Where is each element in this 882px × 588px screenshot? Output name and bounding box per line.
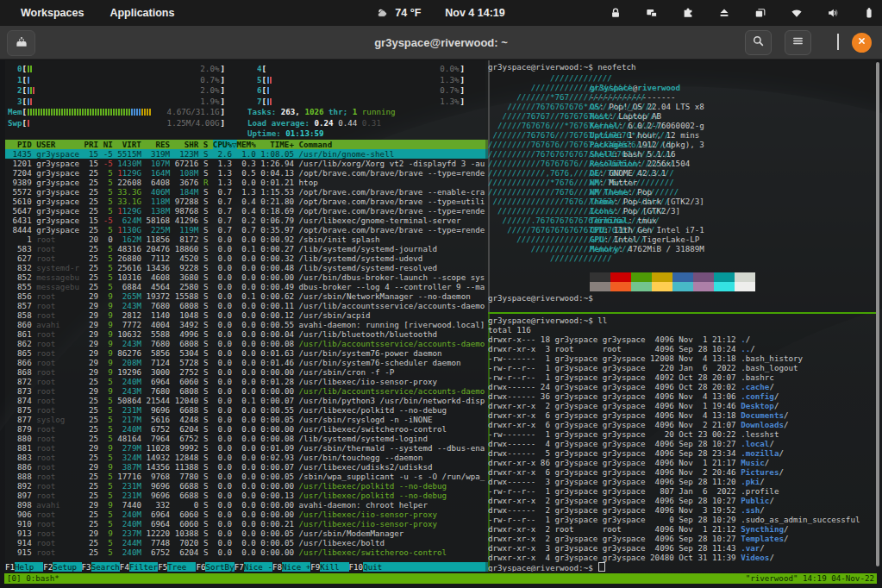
- palette-swatch: [652, 282, 672, 291]
- workspaces-menu[interactable]: Workspaces: [12, 4, 92, 22]
- screen-share-icon[interactable]: [646, 7, 658, 19]
- process-row-857[interactable]: 857 root 29 9 243M 7680 6808 S 0.0 0.0 0…: [5, 301, 488, 310]
- process-row-1201[interactable]: 1201 gr3yspace 15 -5 1430M 107M 67216 S …: [5, 159, 488, 168]
- system-status-area[interactable]: [610, 0, 875, 26]
- process-row-877[interactable]: 877 syslog 25 5 217M 5616 4248 S 0.0 0.0…: [5, 415, 488, 424]
- process-row-892[interactable]: 892 root 25 5 231M 9696 6688 S 0.0 0.0 0…: [5, 481, 488, 491]
- process-row-898[interactable]: 898 avahi 29 9 7440 332 0 S 0.0 0.0 0:00…: [5, 500, 488, 510]
- tmux-window-label[interactable]: [0] 0:bash*: [7, 573, 59, 584]
- process-row-856[interactable]: 856 root 29 9 265M 19372 15588 S 0.0 0.1…: [5, 291, 488, 301]
- process-row-627[interactable]: 627 root 25 5 26880 7112 4520 S 0.0 0.0 …: [5, 253, 488, 263]
- process-row-910[interactable]: 910 root 25 5 240M 6964 6060 S 0.0 0.0 0…: [5, 519, 488, 529]
- fkey-f3-button[interactable]: F3Search: [82, 562, 120, 572]
- process-row-861[interactable]: 861 root 29 9 10632 5588 4996 S 0.0 0.0 …: [5, 329, 488, 339]
- process-row-875[interactable]: 875 root 25 5 231M 9696 6688 S 0.0 0.0 0…: [5, 405, 488, 415]
- battery-icon[interactable]: [863, 7, 875, 19]
- weather-temp: 74 °F: [395, 7, 421, 19]
- file-row: drwxr-xr-x 2 gr3yspace gr3yspace 4096 Se…: [488, 496, 876, 505]
- process-row-5572[interactable]: 5572 gr3yspace 25 5 33.3G 406M 184M S 0.…: [5, 187, 488, 197]
- shell-prompt-active: gr3yspace@riverwood:~$: [488, 562, 876, 572]
- htop-header-row[interactable]: PID USER PRI NI VIRT RES SHR S CPU%▽MEM%…: [5, 140, 488, 149]
- process-row-888[interactable]: 888 root 25 5 17716 9768 7780 S 0.0 0.0 …: [5, 472, 488, 481]
- process-row-858[interactable]: 858 root 29 9 2812 1140 1048 S 0.0 0.0 0…: [5, 310, 488, 320]
- fkey-f10-button[interactable]: F10Quit: [349, 562, 392, 572]
- tmux-pane-shell[interactable]: gr3yspace@riverwood:~$ lltotal 116drwxr-…: [485, 314, 876, 572]
- fkey-f1-button[interactable]: F1Help: [5, 562, 43, 572]
- process-row-913[interactable]: 913 root 29 9 237M 12220 10388 S 0.0 0.0…: [5, 529, 488, 538]
- fkey-f2-button[interactable]: F2Setup: [43, 562, 81, 572]
- process-row-852[interactable]: 852 messagebu 25 5 10316 4608 3680 S 0.0…: [5, 272, 488, 282]
- fkey-f8-button[interactable]: F8Nice +: [272, 562, 310, 572]
- process-row-5647[interactable]: 5647 gr3yspace 25 5 1129G 138M 98768 S 0…: [5, 206, 488, 216]
- cpu-meter-0: 0[2.0%]: [8, 64, 225, 75]
- process-row-6431[interactable]: 6431 gr3yspace 15 -5 624M 58168 41296 S …: [5, 216, 488, 225]
- window-stack-icon[interactable]: [754, 7, 766, 19]
- applications-menu[interactable]: Applications: [101, 4, 183, 22]
- volume-icon[interactable]: [827, 7, 839, 19]
- fkey-f4-button[interactable]: F4Filter: [120, 562, 158, 572]
- neofetch-command-line: gr3yspace@riverwood:~$ neofetch: [488, 62, 876, 72]
- process-row-583[interactable]: 583 root 25 5 48316 20476 18860 S 0.0 0.…: [5, 244, 488, 253]
- close-button[interactable]: [852, 33, 872, 53]
- palette-swatch: [735, 282, 755, 291]
- palette-swatch: [652, 272, 672, 282]
- tmux-pane-neofetch[interactable]: gr3yspace@riverwood:~$ neofetch ////////…: [485, 60, 876, 312]
- process-row-914[interactable]: 914 root 25 5 244M 7748 7020 S 0.0 0.0 0…: [5, 538, 488, 547]
- process-row-855[interactable]: 855 messagebu 25 5 6884 4564 2580 S 0.0 …: [5, 282, 488, 291]
- process-row-868[interactable]: 868 root 29 9 19296 3000 2752 S 0.0 0.0 …: [5, 367, 488, 377]
- weather-widget[interactable]: 74 °F: [377, 7, 421, 19]
- scrollbar[interactable]: [876, 62, 879, 566]
- file-row: drwxr-xr-x 4 gr3yspace gr3yspace 20480 O…: [488, 553, 876, 562]
- fkey-f7-button[interactable]: F7Nice -: [235, 562, 272, 572]
- fkey-f5-button[interactable]: F5Tree: [158, 562, 196, 572]
- fkey-f9-button[interactable]: F9Kill: [310, 562, 348, 572]
- cpu-meter-3: 3[1.9%]: [8, 97, 225, 108]
- process-row-865[interactable]: 865 root 29 9 86276 5856 5304 S 0.0 0.0 …: [5, 348, 488, 358]
- process-row-862[interactable]: 862 root 29 9 243M 7680 6808 S 0.0 0.0 0…: [5, 339, 488, 348]
- process-row-915[interactable]: 915 root 25 5 240M 6752 6204 S 0.0 0.0 0…: [5, 547, 488, 557]
- process-row-873[interactable]: 873 root 29 9 243M 7680 6808 S 0.0 0.0 0…: [5, 386, 488, 396]
- process-row-8444[interactable]: 8444 gr3yspace 25 5 1130G 225M 119M S 0.…: [5, 225, 488, 235]
- search-button[interactable]: [745, 30, 772, 55]
- clock-date-time[interactable]: Nov 4 14:19: [445, 7, 504, 19]
- menu-button[interactable]: [785, 30, 811, 55]
- palette-swatch: [735, 272, 755, 282]
- process-row-897[interactable]: 897 root 25 5 231M 9696 6688 S 0.0 0.0 0…: [5, 491, 488, 500]
- process-row-860[interactable]: 860 avahi 29 9 7772 4004 3492 S 0.0 0.0 …: [5, 320, 488, 329]
- memory-meter: Mem[4.67G/31.1G]: [8, 107, 225, 118]
- process-row-879[interactable]: 879 root 25 5 240M 6752 6204 S 0.0 0.0 0…: [5, 424, 488, 434]
- ll-total-line: total 116: [488, 325, 876, 335]
- eject-icon[interactable]: [718, 7, 730, 19]
- process-row-866[interactable]: 866 root 29 9 208M 7124 5728 S 0.0 0.0 0…: [5, 358, 488, 367]
- neofetch-info-block: gr3yspace@riverwood------------------OS:…: [590, 83, 704, 253]
- process-row-872[interactable]: 872 root 25 5 240M 6964 6060 S 0.0 0.0 0…: [5, 377, 488, 386]
- process-row-7204[interactable]: 7204 gr3yspace 25 5 1129G 164M 108M S 1.…: [5, 168, 488, 178]
- process-row-832[interactable]: 832 systemd-r 25 5 25616 13436 9228 S 0.…: [5, 263, 488, 272]
- cpu-meter-4: 4[0.0%]: [247, 64, 465, 75]
- fkey-f6-button[interactable]: F6SortBy: [196, 562, 234, 572]
- process-row-886[interactable]: 886 root 29 9 387M 14356 11388 S 0.0 0.0…: [5, 462, 488, 472]
- process-row-1[interactable]: 1 root 20 0 162M 11856 8172 S 0.0 0.0 0:…: [5, 235, 488, 244]
- lock-icon[interactable]: [610, 7, 622, 19]
- maximize-button[interactable]: [837, 34, 839, 50]
- palette-swatch: [590, 272, 610, 282]
- neofetch-separator: ------------------: [590, 92, 704, 102]
- tmux-pane-htop[interactable]: 0[2.0%] 1[0.7%] 2[2.0%] 3[1.9%]Mem[4.67G…: [5, 60, 488, 572]
- process-row-5610[interactable]: 5610 gr3yspace 25 5 33.1G 118M 97288 S 0…: [5, 197, 488, 206]
- extensions-icon[interactable]: [682, 7, 694, 19]
- process-row-880[interactable]: 880 root 25 5 48164 7964 6752 S 0.0 0.0 …: [5, 434, 488, 443]
- neofetch-info-line: Packages: 1912 (dpkg), 3: [590, 140, 704, 149]
- file-row: drwxr-xr-x 6 gr3yspace gr3yspace 4096 No…: [488, 410, 876, 420]
- process-row-881[interactable]: 881 root 29 9 279M 11028 9992 S 0.0 0.0 …: [5, 443, 488, 453]
- process-row-9389[interactable]: 9389 gr3yspace 25 5 22608 6408 3676 R 1.…: [5, 178, 488, 187]
- palette-swatch: [631, 272, 652, 282]
- wifi-icon[interactable]: [791, 7, 803, 19]
- cpu-meter-6: 6[0.7%]: [247, 85, 465, 97]
- process-row-883[interactable]: 883 root 25 5 324M 14932 12848 S 0.0 0.0…: [5, 453, 488, 462]
- process-row-874[interactable]: 874 root 25 5 50864 21544 12040 S 0.0 0.…: [5, 396, 488, 405]
- file-row: -rw-r--r-- 1 gr3yspace gr3yspace 807 Jan…: [488, 486, 876, 496]
- neofetch-info-line: Uptime: 1 hour, 12 mins: [590, 130, 704, 140]
- process-row-1435[interactable]: 1435 gr3yspace 15 -5 5515M 319M 123M S 2…: [5, 149, 488, 159]
- process-row-906[interactable]: 906 root 25 5 240M 6964 6060 S 0.0 0.0 0…: [5, 510, 488, 519]
- file-row: -rw-r--r-- 1 gr3yspace gr3yspace 220 Jan…: [488, 363, 876, 372]
